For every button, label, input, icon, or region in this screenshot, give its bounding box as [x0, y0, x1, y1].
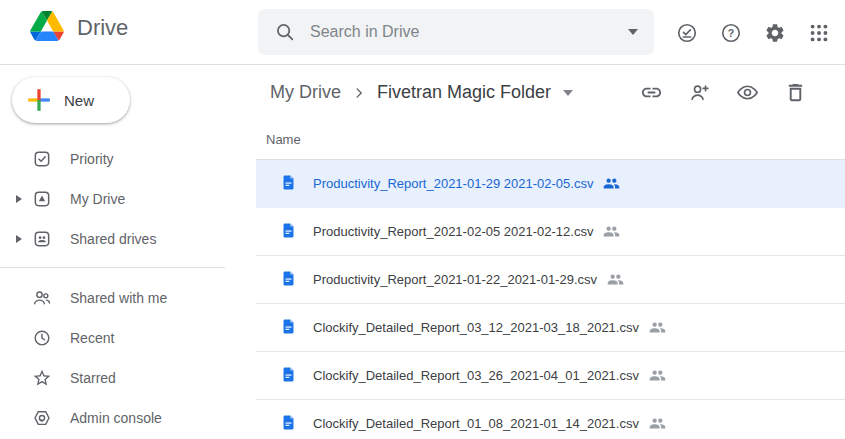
breadcrumb-current-folder[interactable]: Fivetran Magic Folder	[377, 82, 551, 103]
shared-with-me-icon	[32, 288, 52, 308]
csv-file-icon	[280, 270, 297, 289]
shared-people-icon	[649, 319, 666, 336]
shared-people-icon	[603, 175, 620, 192]
app-title: Drive	[77, 15, 128, 41]
csv-file-icon	[280, 366, 297, 385]
trash-icon[interactable]	[783, 81, 807, 105]
drive-logo-icon	[30, 11, 64, 45]
file-name: Productivity_Report_2021-01-22_2021-01-2…	[313, 272, 597, 287]
recent-clock-icon	[32, 328, 52, 348]
csv-file-icon	[280, 318, 297, 337]
preview-eye-icon[interactable]	[735, 81, 759, 105]
folder-toolbar: My Drive Fivetran Magic Folder	[256, 65, 845, 120]
file-name: Productivity_Report_2021-01-29 2021-02-0…	[313, 176, 593, 191]
shared-people-icon	[649, 415, 666, 432]
add-people-icon[interactable]	[687, 81, 711, 105]
file-row[interactable]: Clockify_Detailed_Report_01_08_2021-01_1…	[256, 400, 845, 439]
shared-drives-icon	[32, 229, 52, 249]
breadcrumb-chevron-icon	[350, 84, 368, 102]
file-row[interactable]: Productivity_Report_2021-01-22_2021-01-2…	[256, 256, 845, 304]
help-icon[interactable]: ?	[719, 21, 743, 45]
priority-checkbox-icon	[32, 149, 52, 169]
sidebar-divider	[0, 267, 225, 268]
sidebar-item-shared-drives[interactable]: Shared drives	[0, 219, 256, 259]
new-button[interactable]: New	[12, 77, 130, 123]
column-header-name[interactable]: Name	[256, 120, 845, 160]
new-button-label: New	[64, 92, 94, 109]
app-header: Drive Search in Drive ?	[0, 0, 845, 65]
sidebar-item-shared-with-me[interactable]: Shared with me	[0, 278, 256, 318]
sidebar-item-recent[interactable]: Recent	[0, 318, 256, 358]
search-placeholder: Search in Drive	[310, 23, 628, 41]
sidebar: New Priority	[0, 65, 256, 439]
sidebar-nav: Priority My Drive	[0, 139, 256, 438]
offline-status-icon[interactable]	[675, 21, 699, 45]
main-content: My Drive Fivetran Magic Folder	[256, 65, 845, 439]
shared-people-icon	[607, 271, 624, 288]
sidebar-item-starred[interactable]: Starred	[0, 358, 256, 398]
shared-people-icon	[649, 367, 666, 384]
sidebar-item-my-drive[interactable]: My Drive	[0, 179, 256, 219]
csv-file-icon	[280, 174, 297, 193]
breadcrumb: My Drive Fivetran Magic Folder	[270, 82, 573, 103]
star-icon	[32, 368, 52, 388]
file-row[interactable]: Clockify_Detailed_Report_03_12_2021-03_1…	[256, 304, 845, 352]
file-name: Clockify_Detailed_Report_03_12_2021-03_1…	[313, 320, 639, 335]
selection-actions	[639, 65, 807, 120]
csv-file-icon	[280, 414, 297, 433]
admin-console-icon	[32, 408, 52, 428]
sidebar-item-priority[interactable]: Priority	[0, 139, 256, 179]
file-name: Productivity_Report_2021-02-05 2021-02-1…	[313, 224, 593, 239]
file-row[interactable]: Clockify_Detailed_Report_03_26_2021-04_0…	[256, 352, 845, 400]
plus-icon	[26, 87, 52, 113]
search-icon[interactable]	[274, 21, 296, 43]
svg-text:?: ?	[728, 26, 734, 38]
csv-file-icon	[280, 222, 297, 241]
settings-gear-icon[interactable]	[763, 21, 787, 45]
file-row[interactable]: Productivity_Report_2021-02-05 2021-02-1…	[256, 208, 845, 256]
breadcrumb-my-drive[interactable]: My Drive	[270, 82, 341, 103]
search-input[interactable]: Search in Drive	[258, 9, 654, 55]
file-list: Productivity_Report_2021-01-29 2021-02-0…	[256, 160, 845, 439]
expand-arrow-icon[interactable]	[16, 235, 22, 243]
google-drive-window: Drive Search in Drive ?	[0, 0, 845, 439]
drive-home-link[interactable]: Drive	[30, 12, 128, 44]
google-apps-grid-icon[interactable]	[807, 21, 831, 45]
file-row[interactable]: Productivity_Report_2021-01-29 2021-02-0…	[256, 160, 845, 208]
get-link-icon[interactable]	[639, 81, 663, 105]
my-drive-icon	[32, 189, 52, 209]
shared-people-icon	[603, 223, 620, 240]
sidebar-item-admin-console[interactable]: Admin console	[0, 398, 256, 438]
file-name: Clockify_Detailed_Report_03_26_2021-04_0…	[313, 368, 639, 383]
file-name: Clockify_Detailed_Report_01_08_2021-01_1…	[313, 416, 639, 431]
search-options-caret-icon[interactable]	[628, 29, 638, 35]
header-actions: ?	[675, 0, 831, 65]
expand-arrow-icon[interactable]	[16, 195, 22, 203]
folder-menu-caret-icon[interactable]	[563, 90, 573, 96]
